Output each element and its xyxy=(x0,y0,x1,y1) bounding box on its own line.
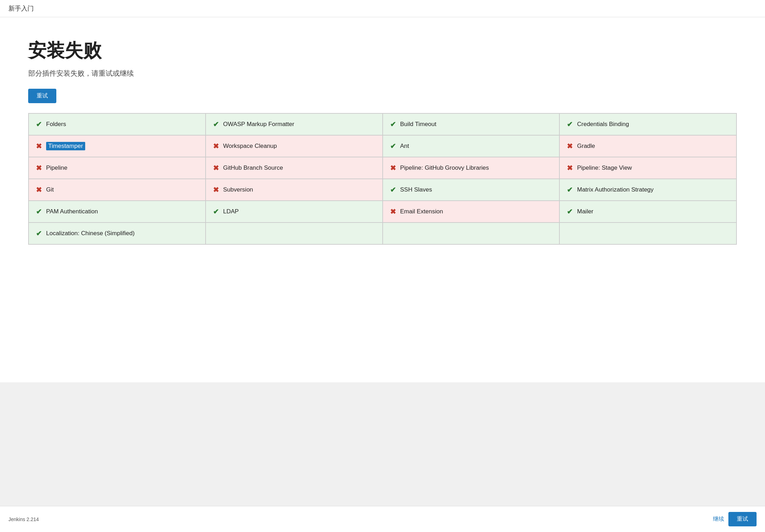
check-icon: ✔ xyxy=(36,207,42,216)
x-icon: ✖ xyxy=(567,142,573,150)
plugin-name: SSH Slaves xyxy=(400,186,432,193)
plugin-cell: ✔Credentials Binding xyxy=(559,113,736,135)
check-icon: ✔ xyxy=(36,229,42,238)
plugin-cell: ✖Workspace Cleanup xyxy=(206,135,383,157)
plugin-name: Build Timeout xyxy=(400,121,437,128)
plugin-cell: ✔SSH Slaves xyxy=(383,179,560,201)
plugin-cell: ✔Ant xyxy=(383,135,560,157)
check-icon: ✔ xyxy=(567,186,573,194)
plugin-name: Pipeline: GitHub Groovy Libraries xyxy=(400,164,489,171)
x-icon: ✖ xyxy=(36,142,42,150)
plugin-cell xyxy=(383,223,560,244)
plugin-name: Mailer xyxy=(577,208,593,215)
x-icon: ✖ xyxy=(567,164,573,172)
plugin-cell xyxy=(559,223,736,244)
check-icon: ✔ xyxy=(390,120,396,129)
plugin-name: Ant xyxy=(400,143,409,150)
main-content: 安装失败 部分插件安装失败，请重试或继续 重试 ✔Folders✔OWASP M… xyxy=(0,17,765,382)
plugin-cell: ✔Build Timeout xyxy=(383,113,560,135)
gray-spacer xyxy=(0,382,765,506)
x-icon: ✖ xyxy=(213,186,219,194)
plugin-cell: ✔PAM Authentication xyxy=(29,201,206,223)
retry-button-top[interactable]: 重试 xyxy=(28,89,56,103)
plugins-grid: ✔Folders✔OWASP Markup Formatter✔Build Ti… xyxy=(28,113,737,245)
plugin-name: PAM Authentication xyxy=(46,208,98,215)
check-icon: ✔ xyxy=(567,120,573,129)
check-icon: ✔ xyxy=(390,186,396,194)
plugin-cell: ✔Localization: Chinese (Simplified) xyxy=(29,223,206,244)
x-icon: ✖ xyxy=(213,142,219,150)
plugin-name: Timestamper xyxy=(46,142,85,150)
plugin-cell: ✖Gradle xyxy=(559,135,736,157)
plugin-name: Subversion xyxy=(223,186,253,193)
plugin-name: Folders xyxy=(46,121,66,128)
plugin-name: GitHub Branch Source xyxy=(223,164,283,171)
version-label: Jenkins 2.214 xyxy=(8,517,39,522)
page-title: 安装失败 xyxy=(28,38,737,63)
plugin-name: Matrix Authorization Strategy xyxy=(577,186,653,193)
plugin-cell: ✔Mailer xyxy=(559,201,736,223)
plugin-name: Workspace Cleanup xyxy=(223,143,277,150)
x-icon: ✖ xyxy=(36,164,42,172)
x-icon: ✖ xyxy=(390,207,396,216)
plugin-name: Localization: Chinese (Simplified) xyxy=(46,230,134,237)
plugin-name: Pipeline xyxy=(46,164,68,171)
plugin-name: Gradle xyxy=(577,143,595,150)
check-icon: ✔ xyxy=(213,120,219,129)
x-icon: ✖ xyxy=(36,186,42,194)
plugin-cell: ✖Timestamper xyxy=(29,135,206,157)
bottom-actions: 继续 重试 xyxy=(713,512,757,526)
bottom-bar: Jenkins 2.214 继续 重试 xyxy=(0,506,765,532)
top-bar-title: 新手入门 xyxy=(8,5,34,12)
plugin-name: OWASP Markup Formatter xyxy=(223,121,294,128)
plugin-cell: ✖Pipeline: GitHub Groovy Libraries xyxy=(383,157,560,179)
x-icon: ✖ xyxy=(213,164,219,172)
retry-button-bottom[interactable]: 重试 xyxy=(728,512,757,526)
plugin-cell: ✖Email Extension xyxy=(383,201,560,223)
plugin-name: Git xyxy=(46,186,54,193)
check-icon: ✔ xyxy=(213,207,219,216)
plugin-name: Credentials Binding xyxy=(577,121,629,128)
plugin-cell: ✖GitHub Branch Source xyxy=(206,157,383,179)
plugin-name: LDAP xyxy=(223,208,239,215)
plugin-cell: ✔Matrix Authorization Strategy xyxy=(559,179,736,201)
plugin-cell: ✖Subversion xyxy=(206,179,383,201)
plugin-name: Pipeline: Stage View xyxy=(577,164,632,171)
check-icon: ✔ xyxy=(390,142,396,150)
plugin-cell: ✖Pipeline xyxy=(29,157,206,179)
continue-button[interactable]: 继续 xyxy=(713,515,724,523)
plugin-cell xyxy=(206,223,383,244)
plugin-cell: ✔OWASP Markup Formatter xyxy=(206,113,383,135)
plugin-cell: ✖Git xyxy=(29,179,206,201)
plugin-name: Email Extension xyxy=(400,208,443,215)
check-icon: ✔ xyxy=(36,120,42,129)
plugin-cell: ✖Pipeline: Stage View xyxy=(559,157,736,179)
check-icon: ✔ xyxy=(567,207,573,216)
plugin-cell: ✔Folders xyxy=(29,113,206,135)
page-subtitle: 部分插件安装失败，请重试或继续 xyxy=(28,69,737,78)
x-icon: ✖ xyxy=(390,164,396,172)
plugin-cell: ✔LDAP xyxy=(206,201,383,223)
top-bar: 新手入门 xyxy=(0,0,765,17)
